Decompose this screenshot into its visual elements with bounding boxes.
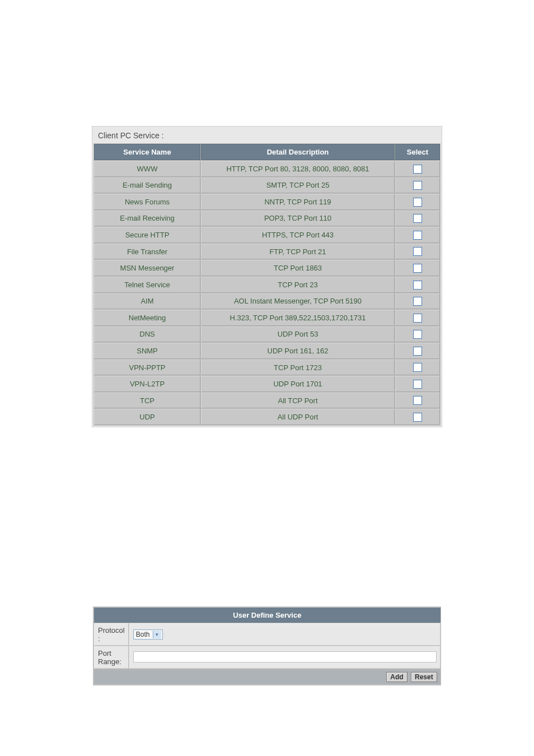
reset-button[interactable]: Reset	[411, 672, 437, 682]
service-name: MSN Messenger	[94, 260, 200, 276]
service-name: VPN-L2TP	[94, 376, 200, 392]
service-name: File Transfer	[94, 244, 200, 260]
service-description: AOL Instant Messenger, TCP Port 5190	[201, 293, 395, 310]
port-range-cell	[129, 646, 441, 669]
header-service-name: Service Name	[94, 144, 200, 160]
service-select-cell	[395, 211, 440, 227]
service-table: Service Name Detail Description Select W…	[93, 143, 441, 426]
select-checkbox[interactable]	[413, 314, 422, 323]
service-select-cell	[395, 343, 440, 359]
service-select-cell	[395, 293, 440, 310]
service-name: News Forums	[94, 194, 200, 210]
port-range-input[interactable]	[133, 651, 437, 662]
panel-title: Client PC Service :	[93, 128, 441, 143]
uds-footer: Add Reset	[94, 669, 441, 684]
client-pc-service-panel: Client PC Service : Service Name Detail …	[92, 126, 442, 427]
service-select-cell	[395, 244, 440, 260]
service-select-cell	[395, 277, 440, 293]
service-name: Secure HTTP	[94, 227, 200, 243]
table-row: AIMAOL Instant Messenger, TCP Port 5190	[94, 293, 440, 310]
port-range-label: Port Range:	[94, 646, 129, 669]
service-description: HTTPS, TCP Port 443	[201, 227, 395, 243]
service-description: POP3, TCP Port 110	[201, 211, 395, 227]
service-description: FTP, TCP Port 21	[201, 244, 395, 260]
table-row: VPN-L2TPUDP Port 1701	[94, 376, 440, 392]
service-select-cell	[395, 376, 440, 392]
select-checkbox[interactable]	[413, 330, 422, 339]
service-description: H.323, TCP Port 389,522,1503,1720,1731	[201, 310, 395, 326]
service-select-cell	[395, 360, 440, 376]
service-description: TCP Port 23	[201, 277, 395, 293]
table-row: DNSUDP Port 53	[94, 326, 440, 343]
service-name: DNS	[94, 326, 200, 343]
table-row: News ForumsNNTP, TCP Port 119	[94, 194, 440, 210]
table-row: SNMPUDP Port 161, 162	[94, 343, 440, 359]
table-row: NetMeetingH.323, TCP Port 389,522,1503,1…	[94, 310, 440, 326]
service-name: NetMeeting	[94, 310, 200, 326]
service-description: TCP Port 1723	[201, 360, 395, 376]
service-select-cell	[395, 310, 440, 326]
select-checkbox[interactable]	[413, 247, 422, 256]
uds-title: User Define Service	[94, 608, 441, 623]
service-select-cell	[395, 260, 440, 276]
table-row: MSN MessengerTCP Port 1863	[94, 260, 440, 276]
service-description: SMTP, TCP Port 25	[201, 178, 395, 194]
table-row: UDPAll UDP Port	[94, 409, 440, 425]
select-checkbox[interactable]	[413, 347, 422, 356]
service-select-cell	[395, 178, 440, 194]
service-description: All UDP Port	[201, 409, 395, 425]
select-checkbox[interactable]	[413, 181, 422, 190]
select-checkbox[interactable]	[413, 214, 422, 223]
protocol-label: Protocol :	[94, 623, 129, 646]
user-define-service-panel: User Define Service Protocol : Both ▾ Po…	[93, 606, 441, 685]
table-row: E-mail SendingSMTP, TCP Port 25	[94, 178, 440, 194]
service-description: UDP Port 1701	[201, 376, 395, 392]
protocol-cell: Both ▾	[129, 623, 441, 646]
header-detail-description: Detail Description	[201, 144, 395, 160]
table-row: E-mail ReceivingPOP3, TCP Port 110	[94, 211, 440, 227]
service-select-cell	[395, 409, 440, 425]
service-description: UDP Port 53	[201, 326, 395, 343]
select-checkbox[interactable]	[413, 198, 422, 207]
select-checkbox[interactable]	[413, 297, 422, 306]
table-row: TCPAll TCP Port	[94, 393, 440, 409]
service-description: All TCP Port	[201, 393, 395, 409]
service-description: NNTP, TCP Port 119	[201, 194, 395, 210]
service-select-cell	[395, 161, 440, 177]
select-checkbox[interactable]	[413, 165, 422, 174]
select-checkbox[interactable]	[413, 231, 422, 240]
table-row: VPN-PPTPTCP Port 1723	[94, 360, 440, 376]
table-row: Secure HTTPHTTPS, TCP Port 443	[94, 227, 440, 243]
protocol-value: Both	[136, 631, 150, 638]
select-checkbox[interactable]	[413, 380, 422, 389]
service-description: TCP Port 1863	[201, 260, 395, 276]
service-select-cell	[395, 194, 440, 210]
add-button[interactable]: Add	[386, 672, 407, 682]
service-description: UDP Port 161, 162	[201, 343, 395, 359]
service-description: HTTP, TCP Port 80, 3128, 8000, 8080, 808…	[201, 161, 395, 177]
service-name: VPN-PPTP	[94, 360, 200, 376]
service-select-cell	[395, 227, 440, 243]
chevron-down-icon: ▾	[153, 631, 161, 638]
service-name: UDP	[94, 409, 200, 425]
header-select: Select	[395, 144, 440, 160]
service-name: E-mail Sending	[94, 178, 200, 194]
select-checkbox[interactable]	[413, 281, 422, 290]
protocol-select[interactable]: Both ▾	[133, 629, 163, 640]
service-select-cell	[395, 326, 440, 343]
service-name: WWW	[94, 161, 200, 177]
select-checkbox[interactable]	[413, 363, 422, 372]
service-name: TCP	[94, 393, 200, 409]
service-name: AIM	[94, 293, 200, 310]
table-row: Telnet ServiceTCP Port 23	[94, 277, 440, 293]
service-select-cell	[395, 393, 440, 409]
select-checkbox[interactable]	[413, 413, 422, 422]
select-checkbox[interactable]	[413, 264, 422, 273]
service-name: Telnet Service	[94, 277, 200, 293]
select-checkbox[interactable]	[413, 396, 422, 405]
table-row: File TransferFTP, TCP Port 21	[94, 244, 440, 260]
service-name: E-mail Receiving	[94, 211, 200, 227]
service-name: SNMP	[94, 343, 200, 359]
table-row: WWWHTTP, TCP Port 80, 3128, 8000, 8080, …	[94, 161, 440, 177]
